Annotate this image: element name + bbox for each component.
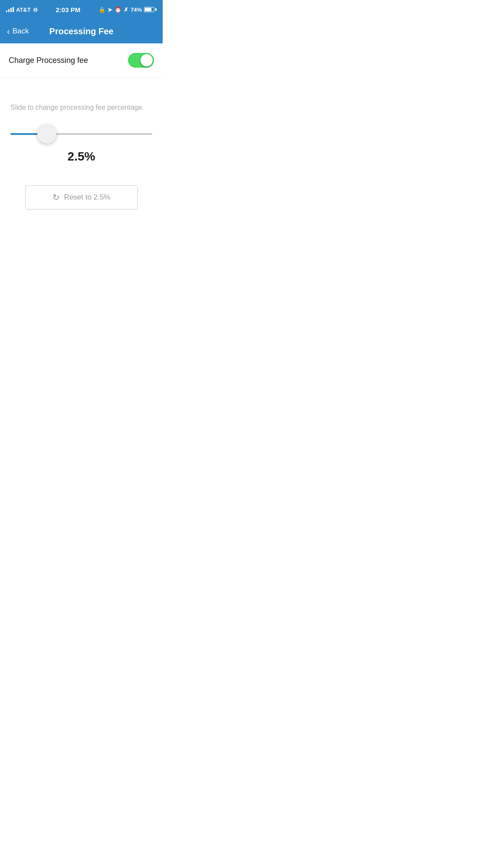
carrier-label: AT&T [16,7,31,13]
back-chevron-icon: ‹ [7,26,10,36]
back-label: Back [13,27,29,36]
charge-processing-fee-label: Charge Processing fee [9,56,88,65]
battery-icon [144,7,157,12]
charge-processing-fee-row: Charge Processing fee [0,43,163,78]
reset-button-wrapper: ↻ Reset to 2.5% [0,177,163,227]
nav-bar: ‹ Back Processing Fee [0,19,163,43]
status-right: 🔒 ➤ ⏰ ✗ 74% [98,7,157,13]
wifi-icon: ⊖ [33,7,38,13]
toggle-slider [128,53,154,68]
percentage-display: 2.5% [10,150,152,164]
reset-button-label: Reset to 2.5% [64,193,111,202]
status-bar: AT&T ⊖ 2:03 PM 🔒 ➤ ⏰ ✗ 74% [0,0,163,19]
battery-percent: 74% [131,7,142,13]
lock-icon: 🔒 [98,7,105,13]
bluetooth-icon: ✗ [124,7,128,13]
location-icon: ➤ [108,7,112,13]
reset-button[interactable]: ↻ Reset to 2.5% [25,185,138,210]
processing-fee-toggle[interactable] [128,53,154,68]
signal-icon [6,7,14,12]
slider-section: Slide to change processing fee percentag… [0,78,163,177]
slider-wrapper [10,129,152,137]
back-button[interactable]: ‹ Back [7,26,29,36]
alarm-icon: ⏰ [115,7,121,13]
status-left: AT&T ⊖ [6,7,38,13]
slider-hint: Slide to change processing fee percentag… [10,104,152,111]
status-time: 2:03 PM [56,6,80,13]
page-title: Processing Fee [49,26,114,36]
processing-fee-slider[interactable] [10,133,152,135]
main-content: Charge Processing fee Slide to change pr… [0,43,163,227]
reset-icon: ↻ [52,192,60,203]
